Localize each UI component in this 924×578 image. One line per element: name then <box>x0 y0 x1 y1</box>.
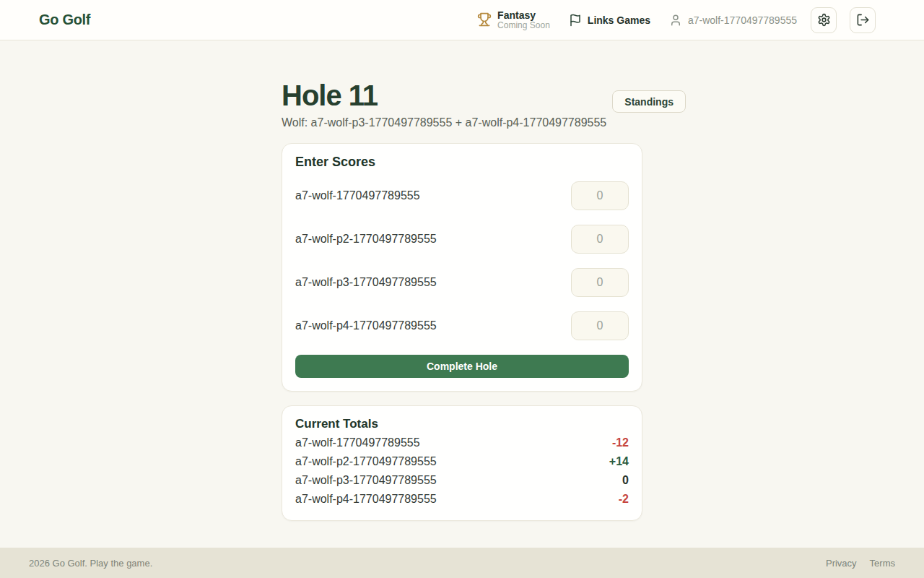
total-row: a7-wolf-p2-1770497789555 +14 <box>295 452 629 471</box>
brand-logo[interactable]: Go Golf <box>39 12 90 28</box>
complete-hole-button[interactable]: Complete Hole <box>295 355 629 378</box>
privacy-link[interactable]: Privacy <box>826 558 857 569</box>
gear-icon <box>817 13 831 27</box>
score-row: a7-wolf-p3-1770497789555 <box>295 268 629 297</box>
top-nav: Go Golf Fantasy Coming Soon Links Games … <box>0 0 924 40</box>
total-value: 0 <box>622 471 629 490</box>
player-name: a7-wolf-p3-1770497789555 <box>295 276 437 289</box>
nav-fantasy-label: Fantasy <box>497 9 550 21</box>
nav-user-chip: a7-wolf-1770497789555 <box>669 14 797 27</box>
nav-fantasy-sublabel: Coming Soon <box>497 21 550 31</box>
current-totals-card: Current Totals a7-wolf-1770497789555 -12… <box>282 405 642 521</box>
total-row: a7-wolf-1770497789555 -12 <box>295 434 629 452</box>
nav-links-games-label: Links Games <box>588 14 650 26</box>
player-name: a7-wolf-1770497789555 <box>295 189 420 202</box>
standings-button[interactable]: Standings <box>612 90 686 113</box>
enter-scores-title: Enter Scores <box>295 154 629 170</box>
page-title: Hole 11 <box>282 78 606 113</box>
score-input-2[interactable] <box>571 225 629 254</box>
nav-item-fantasy[interactable]: Fantasy Coming Soon <box>477 9 550 31</box>
score-input-3[interactable] <box>571 268 629 297</box>
total-player-name: a7-wolf-1770497789555 <box>295 434 420 452</box>
footer: 2026 Go Golf. Play the game. Privacy Ter… <box>0 548 924 578</box>
trophy-icon <box>477 12 492 27</box>
score-input-1[interactable] <box>571 181 629 210</box>
nav-right: Fantasy Coming Soon Links Games a7-wolf-… <box>477 7 876 33</box>
total-value: -12 <box>612 434 629 452</box>
page-header: Hole 11 Wolf: a7-wolf-p3-1770497789555 +… <box>282 78 642 129</box>
terms-link[interactable]: Terms <box>870 558 895 569</box>
total-player-name: a7-wolf-p2-1770497789555 <box>295 452 437 471</box>
settings-button[interactable] <box>811 7 837 33</box>
total-row: a7-wolf-p4-1770497789555 -2 <box>295 490 629 509</box>
total-player-name: a7-wolf-p3-1770497789555 <box>295 471 437 490</box>
score-row: a7-wolf-p2-1770497789555 <box>295 225 629 254</box>
logout-button[interactable] <box>850 7 876 33</box>
total-value: -2 <box>619 490 629 509</box>
total-player-name: a7-wolf-p4-1770497789555 <box>295 490 437 509</box>
nav-item-links-games[interactable]: Links Games <box>569 14 650 27</box>
flag-icon <box>569 14 582 27</box>
total-row: a7-wolf-p3-1770497789555 0 <box>295 471 629 490</box>
player-name: a7-wolf-p2-1770497789555 <box>295 233 437 246</box>
user-icon <box>669 14 682 27</box>
score-input-4[interactable] <box>571 311 629 340</box>
enter-scores-card: Enter Scores a7-wolf-1770497789555 a7-wo… <box>282 143 642 392</box>
copyright-text: 2026 Go Golf. Play the game. <box>29 558 152 569</box>
total-value: +14 <box>609 452 629 471</box>
player-name: a7-wolf-p4-1770497789555 <box>295 319 437 332</box>
logout-icon <box>856 13 870 27</box>
main-area: Hole 11 Wolf: a7-wolf-p3-1770497789555 +… <box>0 40 924 548</box>
current-totals-title: Current Totals <box>295 416 629 432</box>
nav-username: a7-wolf-1770497789555 <box>688 14 797 26</box>
score-row: a7-wolf-p4-1770497789555 <box>295 311 629 340</box>
score-row: a7-wolf-1770497789555 <box>295 181 629 210</box>
wolf-subtitle: Wolf: a7-wolf-p3-1770497789555 + a7-wolf… <box>282 116 606 129</box>
